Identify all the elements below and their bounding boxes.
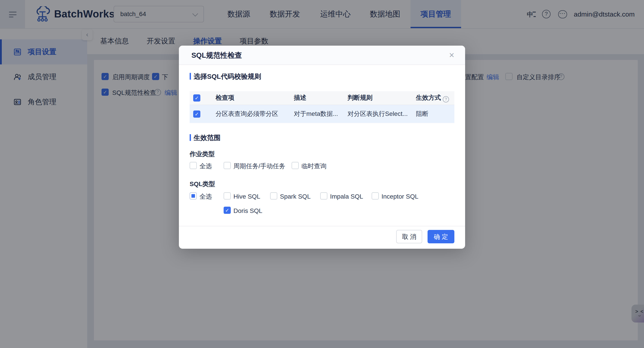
checkbox-label: 全选 <box>200 162 212 170</box>
table-row[interactable]: 分区表查询必须带分区 对于meta数据... 对分区表执行Select... 阻… <box>190 105 454 123</box>
modal-title: SQL规范性检查 <box>192 46 242 65</box>
col-header-check-item: 检查项 <box>208 94 286 102</box>
rules-table: 检查项 描述 判断规则 生效方式? 分区表查询必须带分区 对于meta数据...… <box>190 91 454 123</box>
cell-description: 对于meta数据... <box>286 110 340 118</box>
sql-type-impala-checkbox[interactable] <box>320 192 327 200</box>
modal-footer: 取 消 确 定 <box>179 226 465 249</box>
checkbox-label: Spark SQL <box>280 193 310 200</box>
close-icon[interactable]: × <box>446 50 457 60</box>
modal-header: SQL规范性检查 × <box>179 46 465 65</box>
checkbox-label: Impala SQL <box>330 193 363 200</box>
checkbox-label: 周期任务/手动任务 <box>234 162 285 170</box>
col-header-description: 描述 <box>286 94 340 102</box>
checkbox-label: 全选 <box>200 193 212 200</box>
cancel-button[interactable]: 取 消 <box>396 230 422 243</box>
section-accent-bar <box>190 73 191 80</box>
sql-type-inceptor-checkbox[interactable] <box>372 192 379 200</box>
checkbox-label: Doris SQL <box>234 207 262 214</box>
cell-effect-mode: 阻断 <box>408 110 454 118</box>
col-header-effect-mode: 生效方式? <box>408 94 454 102</box>
section-title-rules: 选择SQL代码校验规则 <box>194 73 261 80</box>
sql-type-hive-checkbox[interactable] <box>224 192 231 200</box>
sql-type-spark-checkbox[interactable] <box>270 192 277 200</box>
job-type-select-all-checkbox[interactable] <box>190 162 197 169</box>
cell-judge-rule: 对分区表执行Select... <box>340 110 408 118</box>
col-header-judge-rule: 判断规则 <box>340 94 408 102</box>
sql-type-select-all-checkbox[interactable] <box>190 192 197 200</box>
sql-type-doris-checkbox[interactable] <box>224 207 231 214</box>
ok-button[interactable]: 确 定 <box>428 230 454 243</box>
app-root: BatchWorks batch_64 数据源 数据开发 运维中心 数据地图 项… <box>0 0 644 348</box>
job-type-label: 作业类型 <box>190 150 215 158</box>
checkbox-label: Hive SQL <box>234 193 260 200</box>
job-type-adhoc-query-checkbox[interactable] <box>292 162 299 169</box>
section-title-scope: 生效范围 <box>194 134 220 141</box>
sql-type-label: SQL类型 <box>190 180 215 188</box>
section-accent-bar <box>190 134 191 141</box>
job-type-cycle-manual-checkbox[interactable] <box>224 162 231 169</box>
table-header-row: 检查项 描述 判断规则 生效方式? <box>190 91 454 105</box>
checkbox-label: Inceptor SQL <box>382 193 418 200</box>
cell-check-item: 分区表查询必须带分区 <box>208 110 286 118</box>
sql-check-modal: SQL规范性检查 × 选择SQL代码校验规则 检查项 描述 判断规则 生效方式?… <box>179 46 465 249</box>
help-circle-icon[interactable]: ? <box>443 96 449 102</box>
row-checkbox[interactable] <box>193 110 200 118</box>
checkbox-label: 临时查询 <box>302 162 326 170</box>
select-all-rules-checkbox[interactable] <box>193 94 200 102</box>
